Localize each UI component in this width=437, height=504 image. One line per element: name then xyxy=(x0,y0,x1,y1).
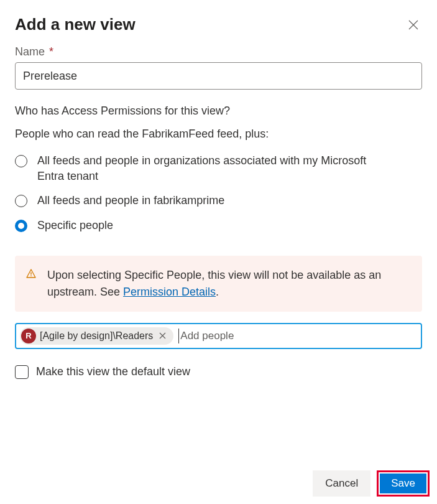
permissions-question: Who has Access Permissions for this view… xyxy=(15,105,422,118)
radio-option-specific-people[interactable]: Specific people xyxy=(15,218,422,233)
people-chip: R [Agile by design]\Readers xyxy=(20,327,173,345)
radio-option-entra-tenant[interactable]: All feeds and people in organizations as… xyxy=(15,153,422,184)
name-label: Name * xyxy=(15,45,422,58)
save-button[interactable]: Save xyxy=(380,474,426,493)
svg-rect-0 xyxy=(30,272,31,274)
people-picker[interactable]: R [Agile by design]\Readers xyxy=(15,323,422,349)
notice-text: Upon selecting Specific People, this vie… xyxy=(47,267,410,301)
svg-rect-1 xyxy=(30,275,31,276)
radio-indicator xyxy=(15,220,27,232)
radio-label: Specific people xyxy=(37,218,113,233)
required-indicator: * xyxy=(49,45,53,58)
name-label-text: Name xyxy=(15,45,45,58)
radio-indicator xyxy=(15,155,27,167)
close-icon xyxy=(159,332,166,339)
radio-option-fabrikamprime[interactable]: All feeds and people in fabrikamprime xyxy=(15,193,422,208)
cancel-button[interactable]: Cancel xyxy=(313,470,370,497)
close-icon xyxy=(408,20,418,30)
permissions-subline: People who can read the FabrikamFeed fee… xyxy=(15,128,422,141)
radio-label: All feeds and people in organizations as… xyxy=(37,153,385,184)
permissions-radio-group: All feeds and people in organizations as… xyxy=(15,153,422,233)
specific-people-notice: Upon selecting Specific People, this vie… xyxy=(15,256,422,312)
notice-text-after: . xyxy=(216,286,219,298)
avatar: R xyxy=(21,329,36,343)
default-view-checkbox-row[interactable]: Make this view the default view xyxy=(15,365,422,379)
permission-details-link[interactable]: Permission Details xyxy=(123,286,216,298)
people-input[interactable] xyxy=(178,329,417,343)
save-button-highlight: Save xyxy=(377,470,430,497)
chip-remove-button[interactable] xyxy=(157,331,168,341)
default-view-checkbox[interactable] xyxy=(15,365,29,379)
default-view-label: Make this view the default view xyxy=(36,365,190,378)
name-input[interactable] xyxy=(15,62,422,90)
close-button[interactable] xyxy=(405,16,422,34)
dialog-footer: Cancel Save xyxy=(313,470,430,497)
radio-label: All feeds and people in fabrikamprime xyxy=(37,193,224,208)
dialog-title: Add a new view xyxy=(15,15,136,34)
warning-icon xyxy=(26,269,36,282)
dialog-header: Add a new view xyxy=(15,15,422,34)
radio-indicator xyxy=(15,195,27,207)
chip-label: [Agile by design]\Readers xyxy=(40,330,153,342)
